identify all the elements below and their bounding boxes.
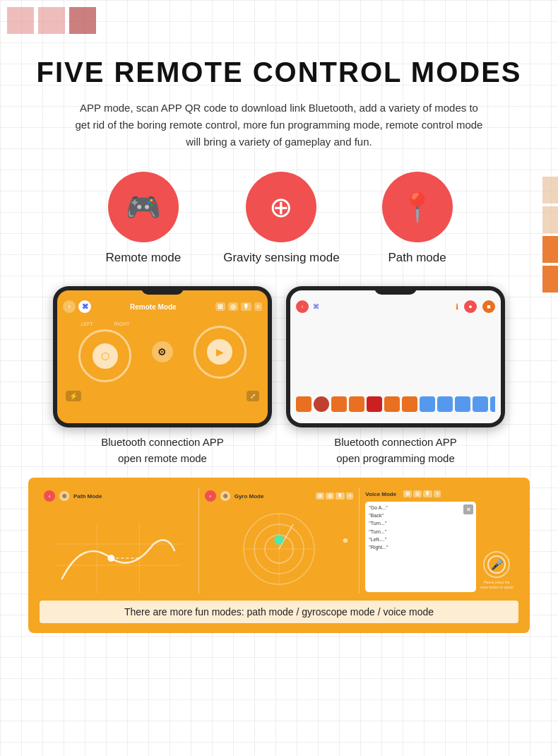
gyro-icon-2: ◎ xyxy=(326,492,334,500)
flash-icon[interactable]: ⚡ xyxy=(66,391,81,401)
mode-remote: 🎮 Remote mode xyxy=(105,172,181,265)
gyro-icon-3: 🎙 xyxy=(336,492,345,500)
phone-prog-frame: ‹ ⌘ ℹ ● ■ xyxy=(286,286,505,427)
right-joystick[interactable]: ▶ xyxy=(194,326,247,379)
block-5[interactable] xyxy=(367,396,382,412)
voice-icon-4: ≡ xyxy=(434,490,441,497)
joystick-arrow-right: ▶ xyxy=(216,346,224,358)
block-9[interactable] xyxy=(437,396,453,412)
mode-gravity: ⊕ Gravity sensing mode xyxy=(223,172,339,265)
header-icon-1: ⊞ xyxy=(215,302,225,311)
modes-row: 🎮 Remote mode ⊕ Gravity sensing mode 📍 P… xyxy=(28,172,530,265)
phone-remote-wrapper: ‹ ⌘ Remote Mode ⊞ ◎ 🎙 ≡ xyxy=(53,286,272,466)
mic-inner-ring: 🎤 xyxy=(487,555,506,574)
phones-row: ‹ ⌘ Remote Mode ⊞ ◎ 🎙 ≡ xyxy=(28,286,530,466)
prog-bluetooth-icon: ⌘ xyxy=(313,303,319,310)
voice-list-close[interactable]: ✕ xyxy=(463,504,473,514)
mic-area: 🎤 Please press the voice button to speak xyxy=(479,502,514,592)
block-1[interactable] xyxy=(296,396,311,412)
voice-icon-2: ◎ xyxy=(413,490,422,497)
gravity-icon: ⊕ xyxy=(269,191,293,223)
gyro-back-btn[interactable]: ‹ xyxy=(205,490,216,502)
gravity-label: Gravity sensing mode xyxy=(223,251,339,265)
remote-mode-label: Remote Mode xyxy=(130,303,177,311)
prog-body xyxy=(290,316,501,420)
cmd-3: "Turn..." xyxy=(369,519,473,527)
banner-modes: ‹ ◎ Path Mode xyxy=(40,488,518,593)
path-circle: 📍 xyxy=(382,172,453,242)
header-icon-4: ≡ xyxy=(254,302,262,311)
voice-icon-1: ⊞ xyxy=(403,490,412,497)
phone-prog-wrapper: ‹ ⌘ ℹ ● ■ xyxy=(286,286,505,466)
header-icon-2: ◎ xyxy=(228,302,238,311)
banner-caption: There are more fun modes: path mode / gy… xyxy=(40,601,518,623)
gyro-header-icons: ⊞ ◎ 🎙 ≡ xyxy=(316,492,353,500)
phone-remote-notch xyxy=(141,286,184,295)
voice-body: ✕ "Go A..." "Back" "Turn..." "Turn..." "… xyxy=(361,500,518,593)
bottom-banner: ‹ ◎ Path Mode xyxy=(28,478,530,633)
block-6[interactable] xyxy=(384,396,400,412)
dot-1 xyxy=(343,538,348,543)
phone-prog-notch xyxy=(374,286,417,295)
svg-point-13 xyxy=(275,536,283,544)
gyro-icon-1: ⊞ xyxy=(316,492,324,500)
gyro-wifi-icon: ◎ xyxy=(220,491,230,501)
path-wifi-icon: ◎ xyxy=(59,491,69,501)
joystick-inner-left: ⬡ xyxy=(93,343,118,369)
voice-header-icons: ⊞ ◎ 🎙 ≡ xyxy=(403,490,441,497)
gyro-body xyxy=(201,504,358,593)
path-icon: 📍 xyxy=(400,191,435,224)
block-8[interactable] xyxy=(420,396,435,412)
remote-circle: 🎮 xyxy=(108,172,179,242)
block-10[interactable] xyxy=(455,396,470,412)
right-label: RIGHT xyxy=(114,321,130,326)
prog-stop-btn[interactable]: ■ xyxy=(482,300,495,313)
expand-icon[interactable]: ⤢ xyxy=(247,391,259,401)
voice-commands: "Go A..." "Back" "Turn..." "Turn..." "Le… xyxy=(369,504,473,551)
phone-prog-caption: Bluetooth connection APP open programmin… xyxy=(334,435,456,466)
gyro-svg xyxy=(240,510,318,588)
cmd-4: "Turn..." xyxy=(369,528,473,536)
block-7[interactable] xyxy=(402,396,417,412)
cmd-5: "Left-..." xyxy=(369,536,473,543)
gravity-circle: ⊕ xyxy=(246,172,316,242)
remote-label: Remote mode xyxy=(105,251,181,265)
prog-back-btn[interactable]: ‹ xyxy=(296,300,309,313)
bluetooth-header-icon: ⌘ xyxy=(78,300,91,313)
remote-body: LEFT RIGHT ⬡ ⚙ xyxy=(57,316,268,388)
prog-canvas xyxy=(296,321,495,394)
gyro-mode-label: Gyro Mode xyxy=(235,493,264,500)
block-12[interactable] xyxy=(490,396,495,412)
prog-rec-btn[interactable]: ● xyxy=(464,300,477,313)
left-controls: LEFT RIGHT ⬡ xyxy=(78,321,131,382)
left-joystick[interactable]: ⬡ xyxy=(78,329,131,382)
block-4[interactable] xyxy=(349,396,364,412)
mic-outer-ring: 🎤 xyxy=(483,551,510,578)
prog-blocks xyxy=(296,394,495,415)
path-back-btn[interactable]: ‹ xyxy=(44,490,55,502)
center-icon: ⚙ xyxy=(152,341,173,362)
phone-remote-screen: ‹ ⌘ Remote Mode ⊞ ◎ 🎙 ≡ xyxy=(57,290,268,423)
phone-remote-caption: Bluetooth connection APP open remote mod… xyxy=(101,435,223,466)
block-2[interactable] xyxy=(314,396,329,412)
back-btn[interactable]: ‹ xyxy=(63,300,76,313)
path-mode-label: Path Mode xyxy=(73,493,102,500)
gyro-icon-4: ≡ xyxy=(346,492,353,500)
block-3[interactable] xyxy=(331,396,347,412)
gyro-dots xyxy=(343,538,348,543)
gyro-mode-section: ‹ ◎ Gyro Mode ⊞ ◎ 🎙 ≡ xyxy=(201,488,358,593)
cmd-6: "Right..." xyxy=(369,543,473,551)
mic-icon[interactable]: 🎤 xyxy=(491,559,503,570)
voice-mode-header: Voice Mode ⊞ ◎ 🎙 ≡ xyxy=(361,488,518,500)
prog-info-icon: ℹ xyxy=(456,302,458,312)
block-11[interactable] xyxy=(473,396,488,412)
joystick-arrow-left: ⬡ xyxy=(101,350,109,362)
voice-mode-label: Voice Mode xyxy=(365,491,396,497)
cmd-2: "Back" xyxy=(369,512,473,519)
voice-icon-3: 🎙 xyxy=(423,490,432,497)
cmd-1: "Go A..." xyxy=(369,504,473,512)
voice-hint: Please press the voice button to speak xyxy=(479,580,514,589)
mode-path: 📍 Path mode xyxy=(382,172,453,265)
gyro-mode-header: ‹ ◎ Gyro Mode ⊞ ◎ 🎙 ≡ xyxy=(201,488,358,504)
path-svg xyxy=(40,523,197,593)
